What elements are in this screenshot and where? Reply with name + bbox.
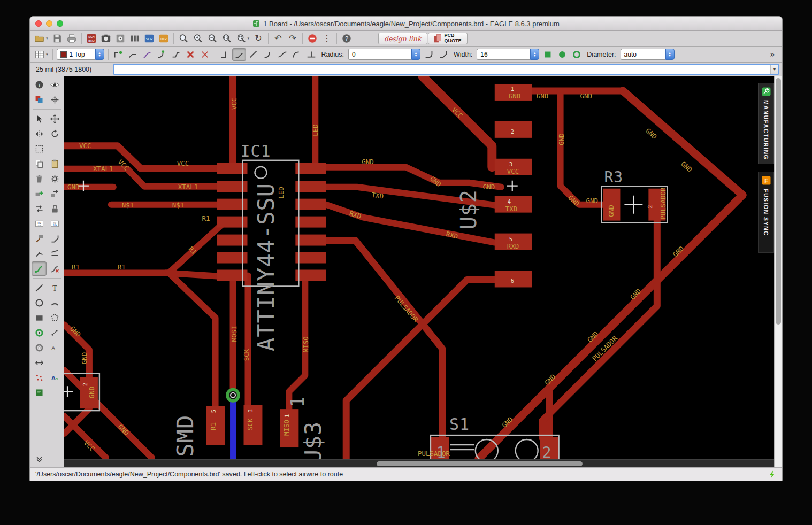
tool-replace[interactable]	[47, 187, 62, 201]
tool-rect[interactable]	[32, 311, 47, 325]
tool-value[interactable]: R210k	[47, 217, 62, 231]
tool-rotate[interactable]	[47, 127, 62, 141]
width-combo-stepper[interactable]: ▲▼	[530, 49, 539, 60]
layer-select-stepper[interactable]: ▲▼	[95, 49, 104, 60]
horizontal-scrollbar-thumb[interactable]	[377, 461, 583, 466]
save-button[interactable]	[50, 32, 64, 45]
bend-t-button[interactable]	[304, 48, 318, 61]
tool-hole[interactable]	[32, 341, 47, 355]
zoom-select-button[interactable]	[220, 32, 234, 45]
pcb-drawing[interactable]: VCCVCCVCCXTAL1GNDXTAL1N$1N$1R1R1R1R1VCCL…	[64, 76, 774, 459]
tool-info[interactable]: i	[32, 78, 47, 92]
tab-manufacturing[interactable]: MANUFACTURING	[758, 83, 774, 164]
route-bend-style-button[interactable]	[111, 48, 125, 61]
tool-ripup[interactable]	[47, 261, 62, 276]
tool-polygon[interactable]	[47, 311, 62, 325]
board-canvas[interactable]: VCCVCCVCCXTAL1GNDXTAL1N$1N$1R1R1R1R1VCCL…	[64, 76, 774, 467]
tool-add[interactable]	[32, 187, 47, 201]
minimize-window-button[interactable]	[46, 20, 52, 27]
bend-straight-button[interactable]	[247, 48, 261, 61]
zoom-in-button[interactable]	[191, 32, 205, 45]
tool-errors[interactable]	[32, 370, 47, 385]
via-round-button[interactable]	[555, 48, 569, 61]
tool-split[interactable]	[32, 246, 47, 261]
stop-button[interactable]	[305, 32, 319, 45]
close-window-button[interactable]	[35, 20, 42, 27]
tool-group[interactable]	[32, 142, 47, 156]
redo-button[interactable]: ↷	[286, 32, 300, 45]
width-combo[interactable]: 16▲▼	[477, 49, 539, 60]
options-button[interactable]: ⋮	[320, 32, 334, 45]
tool-via-tool[interactable]	[32, 326, 47, 340]
bend-45-button[interactable]	[232, 48, 246, 61]
zoom-redraw-button[interactable]: ▾	[234, 32, 251, 45]
conflict-fail-button[interactable]	[198, 48, 212, 61]
tool-change[interactable]	[47, 172, 62, 186]
open-button[interactable]: ▾	[33, 32, 50, 45]
tool-drc[interactable]	[32, 385, 47, 400]
route-push-button[interactable]	[140, 48, 154, 61]
help-button[interactable]: ?	[340, 32, 354, 45]
tab-fusion-sync[interactable]: F FUSION SYNC	[758, 172, 774, 253]
tool-signal[interactable]	[47, 326, 62, 340]
tool-miter-tool[interactable]	[47, 231, 62, 246]
zoom-window-button[interactable]	[57, 20, 63, 27]
bend-90-button[interactable]	[218, 48, 232, 61]
tool-eye[interactable]	[47, 78, 62, 92]
tool-mirror[interactable]	[32, 127, 47, 141]
horizontal-scrollbar[interactable]	[64, 459, 774, 467]
refresh-button[interactable]: ↻	[251, 32, 265, 45]
run-ulp-button[interactable]: ULP	[157, 32, 171, 45]
tool-select[interactable]	[32, 112, 47, 126]
route-hug-button[interactable]	[169, 48, 183, 61]
bend-arc-left-button[interactable]	[261, 48, 275, 61]
tool-wire[interactable]	[32, 281, 47, 295]
tool-pinswap[interactable]	[32, 202, 47, 216]
layer-select[interactable]: 1 Top▲▼	[57, 49, 104, 60]
bend-s-button[interactable]	[275, 48, 289, 61]
tool-arc[interactable]	[47, 296, 62, 310]
sch-brd-switch-button[interactable]: SCHBRD	[85, 32, 98, 45]
run-script-button[interactable]: SCR	[142, 32, 156, 45]
design-link-button[interactable]: design link	[378, 33, 427, 44]
via-octagon-button[interactable]	[570, 48, 584, 61]
fabrication-button[interactable]	[113, 32, 127, 45]
diameter-combo[interactable]: auto▲▼	[621, 49, 675, 60]
tool-smash[interactable]	[32, 231, 47, 246]
tool-display-layers[interactable]	[32, 92, 47, 107]
vertical-scrollbar-thumb[interactable]	[776, 78, 781, 325]
miter-straight-button[interactable]	[436, 48, 450, 61]
tool-copy[interactable]	[32, 157, 47, 171]
tool-circle[interactable]	[32, 296, 47, 310]
tool-delete[interactable]	[32, 172, 47, 186]
tool-ratsnest[interactable]	[32, 356, 47, 370]
cam-processor-button[interactable]	[99, 32, 113, 45]
vertical-scrollbar[interactable]	[774, 76, 782, 467]
undo-button[interactable]: ↶	[271, 32, 285, 45]
bend-arc-right-button[interactable]	[290, 48, 304, 61]
tool-paste[interactable]	[47, 157, 62, 171]
diameter-combo-stepper[interactable]: ▲▼	[665, 49, 675, 60]
grid-settings-button[interactable]: ▾	[33, 48, 50, 61]
pcb-quote-button[interactable]: PCB QUOTE	[428, 33, 468, 44]
panelize-button[interactable]	[128, 32, 142, 45]
tool-mark[interactable]	[47, 92, 62, 107]
tool-expand[interactable]	[32, 452, 47, 466]
via-square-button[interactable]	[541, 48, 555, 61]
tool-name[interactable]: R210k	[32, 217, 47, 231]
tool-route[interactable]	[32, 261, 47, 276]
command-history-dropdown[interactable]: ▼	[770, 65, 778, 74]
radius-combo-stepper[interactable]: ▲▼	[411, 49, 420, 60]
command-input[interactable]	[114, 65, 770, 74]
conflict-ignore-button[interactable]	[183, 48, 197, 61]
zoom-fit-button[interactable]	[177, 32, 190, 45]
tool-attribute[interactable]: A=	[47, 341, 62, 355]
route-loop-button[interactable]	[155, 48, 168, 61]
tool-lock[interactable]	[47, 202, 62, 216]
route-walkaround-button[interactable]	[126, 48, 140, 61]
print-button[interactable]	[65, 32, 79, 45]
zoom-out-button[interactable]	[205, 32, 219, 45]
radius-combo[interactable]: 0▲▼	[348, 49, 420, 60]
miter-round-button[interactable]	[422, 48, 436, 61]
tool-optimize[interactable]	[47, 246, 62, 261]
